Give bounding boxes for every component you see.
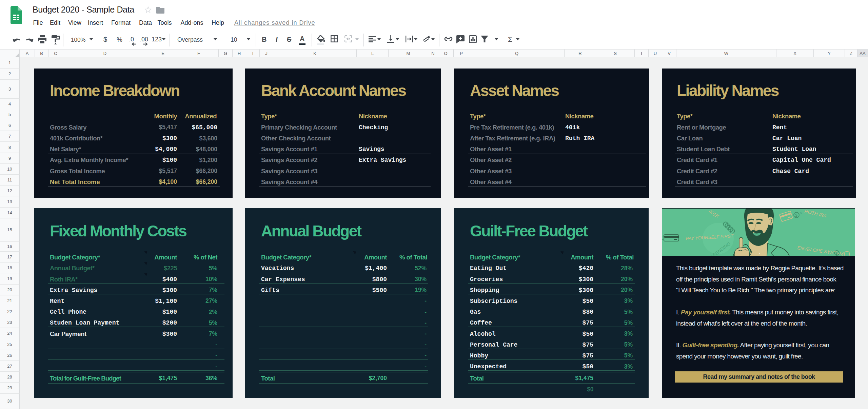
svg-text:$: $ <box>795 213 797 218</box>
svg-text:s: s <box>800 211 802 215</box>
svg-text:$: $ <box>835 251 837 255</box>
